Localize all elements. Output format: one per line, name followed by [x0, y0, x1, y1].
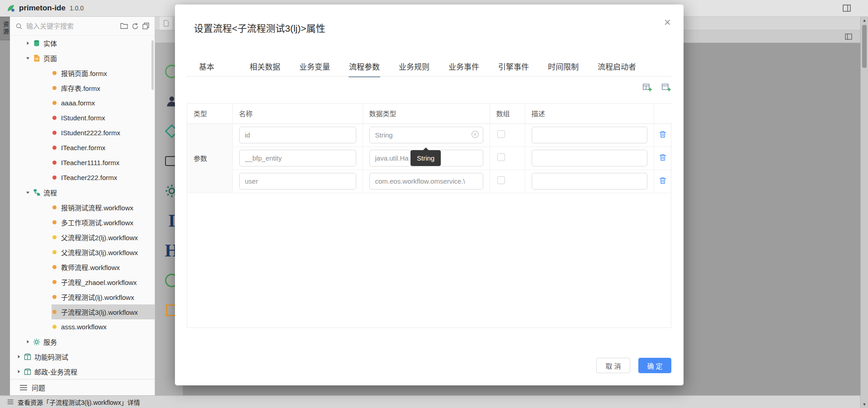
param-desc-input[interactable] [538, 177, 642, 185]
tree-item-label: 库存表.formx [61, 83, 100, 93]
tree-group-item[interactable]: 邮政-业务流程 [10, 364, 155, 379]
caret-right-icon[interactable] [24, 340, 31, 344]
tree-file-item[interactable]: asss.workflowx [10, 319, 155, 334]
tree-file-item[interactable]: 教师流程.workflowx [10, 260, 155, 275]
delete-parameter-button[interactable] [658, 152, 668, 164]
left-tab-strip: 资源 [0, 17, 10, 395]
delete-parameter-button[interactable] [658, 129, 668, 141]
caret-right-icon[interactable] [15, 355, 22, 359]
tree-file-item[interactable]: aaaa.formx [10, 95, 155, 110]
panel-toggle-icon[interactable] [845, 33, 852, 40]
modal-tab-5[interactable]: 业务规则 [398, 55, 430, 77]
editor-tab[interactable] [160, 17, 173, 30]
modal-tab-9[interactable]: 流程启动者 [597, 55, 637, 77]
param-desc-input[interactable] [538, 154, 642, 162]
tree-file-item[interactable]: IStudent.formx [10, 110, 155, 125]
caret-down-icon[interactable] [24, 56, 31, 60]
scroll-up-icon[interactable]: ▲ [861, 18, 868, 23]
param-name-input[interactable] [245, 131, 350, 139]
tree-group-item[interactable]: 实体 [10, 36, 155, 51]
database-icon [33, 39, 41, 47]
param-datatype-input[interactable] [375, 131, 468, 139]
param-name-input[interactable] [245, 177, 350, 185]
tree-file-item[interactable]: ITeacher1111.formx [10, 155, 155, 170]
tree-item-label: 流程 [43, 188, 57, 197]
modal-tab-2[interactable]: 相关数据 [249, 55, 281, 77]
caret-right-icon[interactable] [24, 41, 31, 45]
tree-file-item[interactable]: ITeacher.formx [10, 140, 155, 155]
tree-item-label: IStudent.formx [61, 114, 105, 122]
array-checkbox[interactable] [497, 153, 505, 161]
tree-item-label: 父流程测试3(lj).workflowx [61, 247, 138, 257]
tree-item-label: 教师流程.workflowx [61, 262, 120, 272]
sidebar-scrollbar-thumb[interactable] [151, 40, 154, 90]
param-desc-input[interactable] [538, 131, 642, 139]
search-input[interactable] [26, 22, 117, 30]
collapse-all-icon[interactable] [142, 23, 149, 29]
confirm-button[interactable]: 确 定 [638, 358, 671, 373]
tree-item-label: 报销测试流程.workflowx [61, 203, 133, 212]
new-folder-icon[interactable] [120, 23, 128, 29]
param-col-header: 类型 [187, 104, 232, 123]
tree-file-item[interactable]: 父流程测试2(lj).workflowx [10, 230, 155, 245]
resources-panel-tab[interactable]: 资源 [0, 17, 10, 40]
scroll-down-icon[interactable]: ▼ [861, 402, 868, 407]
file-status-dot [52, 176, 57, 180]
close-icon[interactable]: × [664, 16, 671, 28]
tree-file-item[interactable]: 库存表.formx [10, 81, 155, 95]
file-status-dot [52, 325, 57, 329]
modal-tab-6[interactable]: 业务事件 [448, 55, 480, 77]
param-datatype-cell [363, 123, 490, 147]
gear-icon [33, 338, 41, 346]
tree-file-item[interactable]: 父流程测试3(lj).workflowx [10, 245, 155, 260]
tree-file-item[interactable]: 子流程测试(lj).workflowx [10, 289, 155, 304]
param-datatype-input[interactable] [375, 177, 477, 185]
param-toolbar [642, 82, 671, 92]
modal-tab-3[interactable]: 业务变量 [299, 55, 330, 77]
param-desc-cell [525, 170, 654, 193]
window-panel-icon[interactable] [843, 5, 851, 12]
clear-icon[interactable] [471, 130, 479, 140]
refresh-icon[interactable] [132, 23, 139, 30]
tree-item-label: IStudent2222.formx [61, 129, 120, 137]
modal-tab-7[interactable]: 引擎事件 [498, 55, 529, 77]
cancel-button[interactable]: 取 消 [596, 358, 630, 373]
modal-tab-4[interactable]: 流程参数 [349, 55, 380, 77]
import-parameter-icon[interactable] [642, 82, 652, 92]
tree-file-item[interactable]: 报销测试流程.workflowx [10, 200, 155, 215]
tree-file-item[interactable]: 子流程_zhaoel.workflowx [10, 275, 155, 289]
param-name-cell [232, 147, 363, 170]
param-actions-cell [654, 170, 672, 193]
resource-sidebar: 实体页面报销页面.formx库存表.formxaaaa.formxIStuden… [10, 17, 155, 395]
modal-tab-1[interactable]: 基本 [198, 55, 215, 77]
tree-file-item[interactable]: 子流程测试3(lj).workflowx [10, 304, 155, 319]
file-status-dot [52, 116, 57, 120]
add-parameter-icon[interactable] [661, 82, 671, 92]
document-icon [163, 20, 169, 27]
hamburger-icon [20, 385, 27, 390]
tree-group-item[interactable]: 页面 [10, 51, 155, 66]
param-name-input[interactable] [245, 154, 350, 162]
array-checkbox[interactable] [497, 176, 505, 184]
param-type-cell: 参数 [187, 123, 232, 193]
vertical-scrollbar[interactable]: ▲ ▼ [860, 17, 868, 408]
problems-section[interactable]: 问题 [10, 379, 155, 395]
tree-group-item[interactable]: 功能码测试 [10, 349, 155, 364]
caret-down-icon[interactable] [24, 190, 31, 195]
delete-parameter-button[interactable] [658, 176, 668, 187]
tree-item-label: asss.workflowx [61, 323, 107, 331]
tree-file-item[interactable]: 报销页面.formx [10, 66, 155, 81]
modal-tab-8[interactable]: 时间限制 [547, 55, 579, 77]
tree-file-item[interactable]: 多工作项测试.workflowx [10, 215, 155, 230]
tree-item-label: aaaa.formx [61, 99, 95, 107]
param-col-header-actions [654, 104, 672, 123]
tree-group-item[interactable]: 服务 [10, 334, 155, 349]
array-checkbox[interactable] [497, 130, 505, 138]
tree-file-item[interactable]: ITeacher222.formx [10, 170, 155, 185]
scrollbar-thumb[interactable] [862, 25, 867, 68]
param-col-header: 描述 [525, 104, 654, 123]
tree-file-item[interactable]: IStudent2222.formx [10, 125, 155, 140]
parameters-table: 类型名称数据类型数组描述 参数 [187, 104, 672, 193]
caret-right-icon[interactable] [15, 370, 22, 374]
tree-group-item[interactable]: 流程 [10, 185, 155, 200]
